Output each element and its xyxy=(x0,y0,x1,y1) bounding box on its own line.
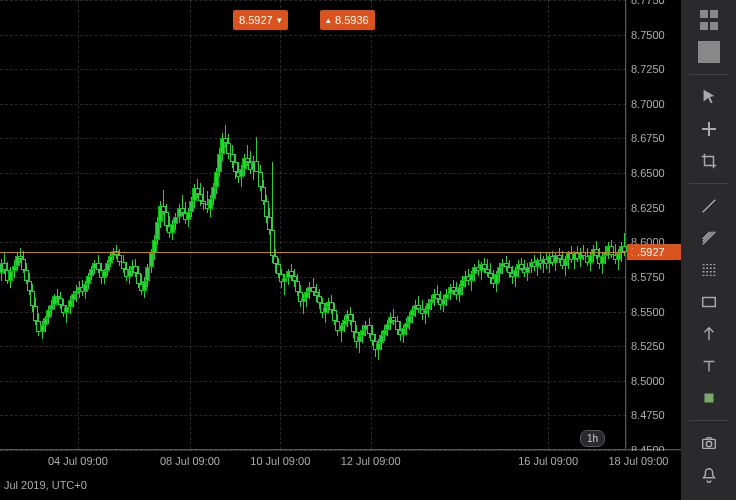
timeframe-badge[interactable]: 1h xyxy=(580,430,605,447)
x-tick: 10 Jul 09:00 xyxy=(250,455,310,467)
price-axis[interactable]: 8.45008.47508.50008.52508.55008.57508.60… xyxy=(627,0,681,450)
y-tick: 8.5250 xyxy=(631,340,681,352)
current-price-line xyxy=(0,252,626,253)
y-tick: 8.6750 xyxy=(631,132,681,144)
layout-grid-icon[interactable] xyxy=(698,9,720,31)
sell-price-button[interactable]: 8.5927 ▾ xyxy=(233,10,288,30)
buy-price-button[interactable]: ▴ 8.5936 xyxy=(320,10,375,30)
bell-icon[interactable] xyxy=(698,464,720,486)
y-tick: 8.5000 xyxy=(631,375,681,387)
y-tick: 8.7500 xyxy=(631,29,681,41)
y-tick: 8.7000 xyxy=(631,98,681,110)
current-price-tag: 8.5927 xyxy=(627,244,681,260)
arrow-down-icon: ▾ xyxy=(277,10,282,30)
x-tick: 08 Jul 09:00 xyxy=(160,455,220,467)
y-tick: 8.6500 xyxy=(631,167,681,179)
toolbar xyxy=(681,0,736,500)
svg-rect-1 xyxy=(704,394,713,403)
y-tick: 8.7250 xyxy=(631,63,681,75)
timezone-label: Jul 2019, UTC+0 xyxy=(4,479,87,491)
camera-icon[interactable] xyxy=(698,432,720,454)
time-axis[interactable]: Jul 2019, UTC+0 04 Jul 09:0008 Jul 09:00… xyxy=(0,451,681,500)
x-tick: 04 Jul 09:00 xyxy=(48,455,108,467)
rectangle-tool[interactable] xyxy=(698,291,720,313)
x-tick: 16 Jul 09:00 xyxy=(518,455,578,467)
x-tick: 12 Jul 09:00 xyxy=(341,455,401,467)
text-tool[interactable] xyxy=(698,355,720,377)
y-tick: 8.7750 xyxy=(631,0,681,6)
buy-price-value: 8.5936 xyxy=(335,10,369,30)
cursor-tool[interactable] xyxy=(698,86,720,108)
arrow-up-icon: ▴ xyxy=(326,10,331,30)
trendline-tool[interactable] xyxy=(698,195,720,217)
y-tick: 8.6250 xyxy=(631,202,681,214)
sell-price-value: 8.5927 xyxy=(239,10,273,30)
y-tick: 8.4750 xyxy=(631,409,681,421)
y-tick: 8.5500 xyxy=(631,306,681,318)
fibonacci-tool[interactable] xyxy=(698,259,720,281)
crosshair-tool[interactable] xyxy=(698,118,720,140)
crop-tool[interactable] xyxy=(698,150,720,172)
x-tick: 18 Jul 09:00 xyxy=(608,455,668,467)
chart-canvas[interactable]: 8.5927 ▾ ▴ 8.5936 1h xyxy=(0,0,626,450)
shape-tool[interactable] xyxy=(698,387,720,409)
y-tick: 8.5750 xyxy=(631,271,681,283)
svg-point-3 xyxy=(706,441,711,446)
svg-rect-0 xyxy=(702,298,715,307)
layout-single-icon[interactable] xyxy=(698,41,720,63)
ray-tool[interactable] xyxy=(698,227,720,249)
arrow-tool[interactable] xyxy=(698,323,720,345)
